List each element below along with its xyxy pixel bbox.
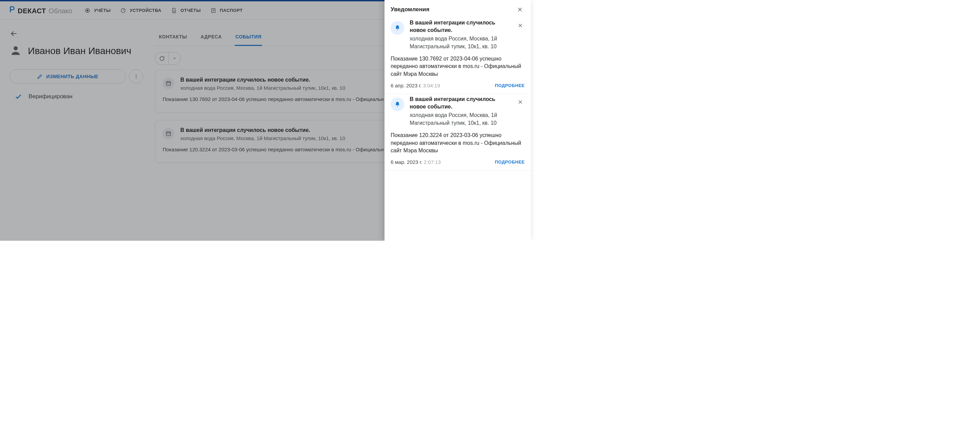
notif-title: В вашей интеграции случилось новое событ… [410, 19, 511, 34]
notifications-panel: Уведомления В вашей интеграции случилось… [385, 0, 531, 241]
notif-more-link[interactable]: ПОДРОБНЕЕ [495, 83, 525, 88]
notif-title: В вашей интеграции случилось новое событ… [410, 95, 511, 110]
close-icon [517, 6, 523, 13]
notif-dismiss-button[interactable] [516, 98, 525, 106]
notif-date: 6 мар. 2023 г. 2:07:13 [391, 159, 441, 165]
notif-sub: холодная вода Россия, Москва, 1й Магистр… [410, 35, 511, 50]
panel-title: Уведомления [391, 6, 430, 13]
notif-sub: холодная вода Россия, Москва, 1й Магистр… [410, 111, 511, 127]
notif-date: 6 апр. 2023 г. 3:04:19 [391, 82, 440, 89]
notif-desc: Показание 120.3224 от 2023-03-06 успешно… [391, 131, 525, 154]
notif-desc: Показание 130.7692 от 2023-04-06 успешно… [391, 55, 525, 78]
bell-icon [391, 98, 404, 111]
panel-close-button[interactable] [515, 5, 525, 14]
notification-item: В вашей интеграции случилось новое событ… [385, 18, 531, 94]
close-icon [517, 99, 523, 105]
bell-icon [391, 21, 404, 35]
notif-dismiss-button[interactable] [516, 21, 525, 30]
notification-item: В вашей интеграции случилось новое событ… [385, 94, 531, 171]
close-icon [517, 22, 523, 29]
notif-more-link[interactable]: ПОДРОБНЕЕ [495, 160, 525, 165]
